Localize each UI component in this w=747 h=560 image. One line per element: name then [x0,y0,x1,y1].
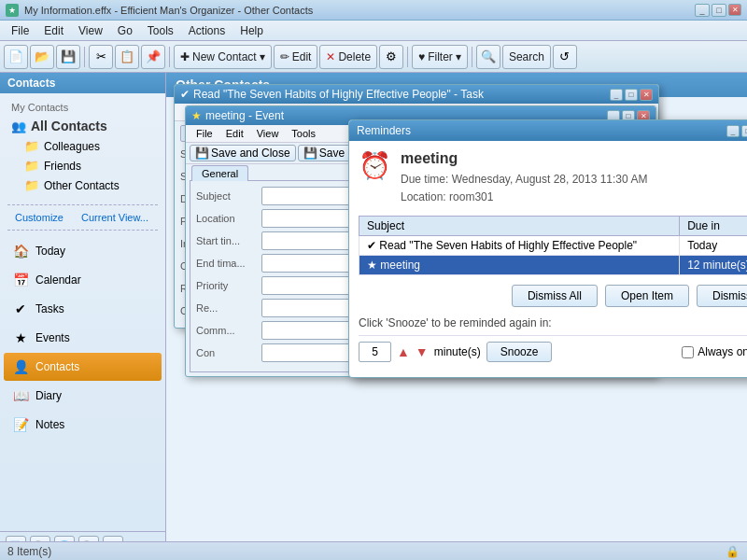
content-area: Other Contacts ✔ Read "The Seven Habits … [166,73,747,560]
search-glass-icon[interactable]: 🔍 [476,45,500,69]
menu-help[interactable]: Help [233,22,271,39]
main-toolbar: 📄 📂 💾 ✂ 📋 📌 ✚ New Contact ▾ ✏ Edit ✕ Del… [0,41,747,73]
task-close-btn[interactable]: ✕ [640,89,653,101]
reminder-location: Location: room301 [401,189,647,206]
dismiss-all-btn[interactable]: Dismiss All [512,285,598,307]
notes-icon: 📝 [11,415,30,434]
task-minimize-btn[interactable]: _ [610,89,623,101]
menu-actions[interactable]: Actions [181,22,233,39]
reminder-subject-1: ★ meeting [359,256,680,275]
event-comments-label: Comm... [196,325,261,336]
sidebar-customize: Customize Current View... [0,209,165,226]
filter-label: Filter [428,50,453,63]
task-win-icon: ✔ [180,88,190,101]
extra-btn[interactable]: ⚙ [379,45,403,69]
event-menu-file[interactable]: File [191,127,218,140]
events-label: Events [35,331,70,344]
close-btn[interactable]: ✕ [728,4,741,16]
friends-folder-icon: 📁 [24,159,39,173]
new-contact-btn[interactable]: ✚ New Contact ▾ [174,45,272,69]
sidebar-friends[interactable]: 📁 Friends [21,156,158,175]
new-contact-icon: ✚ [180,50,190,63]
delete-label: Delete [338,50,371,63]
reminder-maximize-btn[interactable]: □ [741,125,747,137]
event-win-icon: ★ [191,109,202,122]
reminder-title-text: Reminders [357,124,411,137]
snooze-value-input[interactable] [359,342,391,362]
reminder-icon-0: ✔ [367,239,376,252]
reminder-meeting-title: meeting [401,150,647,167]
sidebar-my-contacts: My Contacts [7,99,158,116]
reminder-row-1[interactable]: ★ meeting 12 minute(s) [359,256,748,275]
save-close-label: Save and Close [211,147,290,160]
new-contact-label: New Contact [192,50,257,63]
reminders-dialog: Reminders _ □ ✕ ⏰ meeting Due time: Wedn… [348,119,747,378]
cut-btn[interactable]: ✂ [89,45,113,69]
nav-contacts[interactable]: 👤 Contacts [4,353,162,381]
reminder-info-block: meeting Due time: Wednesday, August 28, … [401,150,647,206]
menu-go[interactable]: Go [110,22,140,39]
menu-edit[interactable]: Edit [36,22,71,39]
reminder-duein-1: 12 minute(s) [680,256,747,275]
open-btn[interactable]: 📂 [30,45,54,69]
snooze-btn[interactable]: Snooze [486,342,553,362]
nav-events[interactable]: ★ Events [4,324,162,352]
task-maximize-btn[interactable]: □ [625,89,638,101]
event-menu-edit[interactable]: Edit [221,127,248,140]
title-controls: _ □ ✕ [695,4,741,17]
nav-notes[interactable]: 📝 Notes [4,411,162,439]
event-menu-view[interactable]: View [252,127,284,140]
copy-btn[interactable]: 📋 [115,45,139,69]
paste-btn[interactable]: 📌 [141,45,165,69]
reminder-win-controls: _ □ ✕ [726,125,747,137]
nav-calendar[interactable]: 📅 Calendar [4,266,162,294]
menu-view[interactable]: View [71,22,110,39]
refresh-btn[interactable]: ↺ [553,45,577,69]
reminder-col-subject: Subject [359,217,680,236]
sidebar-all-contacts[interactable]: 👥 All Contacts [7,116,158,136]
nav-today[interactable]: 🏠 Today [4,237,162,265]
today-label: Today [35,245,65,258]
customize-link[interactable]: Customize [7,210,71,225]
always-on-top: Always on top [682,345,747,358]
minimize-btn[interactable]: _ [695,4,710,17]
maximize-btn[interactable]: □ [712,4,726,17]
contacts-icon: 👤 [11,357,30,376]
filter-btn[interactable]: ♥ Filter ▾ [412,45,468,69]
open-item-btn[interactable]: Open Item [605,285,689,307]
reminder-minimize-btn[interactable]: _ [726,125,740,137]
edit-btn[interactable]: ✏ Edit [274,45,318,69]
event-menu-tools[interactable]: Tools [287,127,320,140]
reminder-actions: Dismiss All Open Item Dismiss [359,285,747,307]
snooze-down-arrow[interactable]: ▼ [416,344,429,359]
save-close-btn[interactable]: 💾 Save and Close [190,145,296,161]
save-btn[interactable]: 💾 [56,45,80,69]
reminder-row-0[interactable]: ✔ Read "The Seven Habits of Highly Effec… [359,236,748,256]
filter-icon: ♥ [418,50,425,63]
nav-diary[interactable]: 📖 Diary [4,382,162,410]
search-btn[interactable]: Search [502,45,551,69]
event-subject-label: Subject [196,190,261,202]
today-icon: 🏠 [11,242,30,260]
tasks-label: Tasks [35,302,64,315]
menu-file[interactable]: File [4,22,36,39]
dismiss-btn[interactable]: Dismiss [697,285,747,307]
snooze-up-arrow[interactable]: ▲ [397,344,410,359]
delete-btn[interactable]: ✕ Delete [319,45,377,69]
sidebar: Contacts My Contacts 👥 All Contacts 📁 Co… [0,73,166,560]
colleagues-folder-icon: 📁 [24,139,39,153]
current-view-link[interactable]: Current View... [74,210,156,225]
reminder-header: ⏰ meeting Due time: Wednesday, August 28… [359,150,747,206]
nav-tasks[interactable]: ✔ Tasks [4,295,162,323]
event-tab-general[interactable]: General [191,165,248,181]
always-on-top-checkbox[interactable] [682,346,694,358]
always-on-top-label: Always on top [698,345,747,358]
reminder-subject-text-0: Read "The Seven Habits of Highly Effecti… [379,239,637,252]
reminder-table: Subject Due in ✔ Read "The Seven Habits … [359,216,747,275]
event-priority-label: Priority [196,280,261,291]
sidebar-other-contacts[interactable]: 📁 Other Contacts [21,175,158,195]
menu-tools[interactable]: Tools [140,22,181,39]
all-contacts-label: All Contacts [31,119,107,133]
sidebar-colleagues[interactable]: 📁 Colleagues [21,136,158,156]
new-file-btn[interactable]: 📄 [4,45,28,69]
